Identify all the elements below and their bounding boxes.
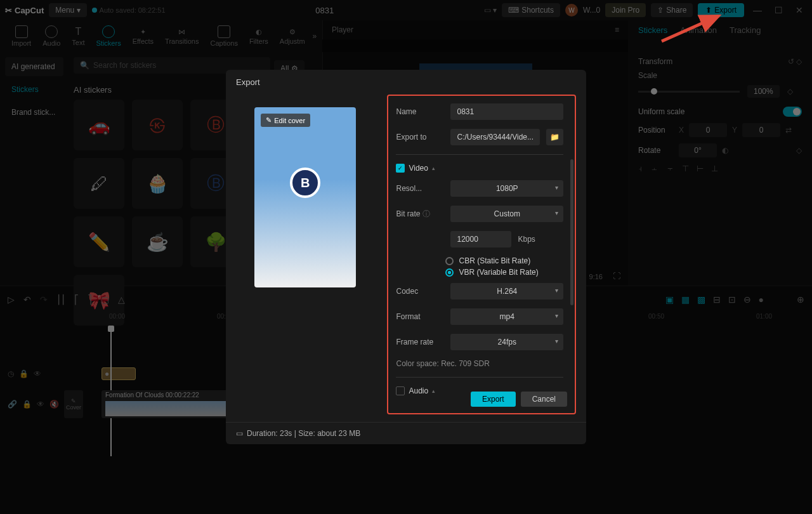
modal-scrollbar[interactable]	[570, 159, 573, 305]
codec-label: Codec	[396, 287, 444, 296]
name-label: Name	[396, 107, 444, 116]
resolution-label: Resol...	[396, 184, 444, 193]
bitrate-unit: Kbps	[518, 235, 535, 244]
cover-logo: B	[290, 168, 320, 198]
export-preview: ✎ Edit cover B	[254, 107, 356, 287]
export-to-input[interactable]: C:/Users/93444/Vide...	[450, 129, 540, 145]
export-modal: Export ✎ Edit cover B Name 0831 Export t…	[226, 70, 586, 444]
vbr-radio[interactable]: VBR (Variable Bit Rate)	[445, 268, 563, 277]
codec-select[interactable]: H.264	[450, 283, 563, 300]
video-checkbox[interactable]: ✓	[396, 164, 405, 173]
cbr-radio[interactable]: CBR (Static Bit Rate)	[445, 256, 563, 265]
audio-section-label: Audio	[409, 386, 428, 395]
bitrate-label: Bit rate ⓘ	[396, 209, 444, 220]
modal-cancel-button[interactable]: Cancel	[521, 392, 567, 407]
format-label: Format	[396, 312, 444, 321]
modal-title: Export	[226, 70, 586, 95]
modal-export-button[interactable]: Export	[471, 392, 516, 407]
fps-select[interactable]: 24fps	[450, 334, 563, 350]
fps-label: Frame rate	[396, 338, 444, 346]
video-section-label: Video	[409, 164, 428, 173]
name-input[interactable]: 0831	[450, 103, 563, 120]
edit-cover-button[interactable]: ✎ Edit cover	[261, 114, 310, 127]
resolution-select[interactable]: 1080P	[450, 180, 563, 197]
bitrate-select[interactable]: Custom	[450, 206, 563, 222]
format-select[interactable]: mp4	[450, 308, 563, 325]
colorspace-info: Color space: Rec. 709 SDR	[396, 359, 563, 368]
export-info: ▭ Duration: 23s | Size: about 23 MB	[236, 429, 360, 438]
bitrate-value-input[interactable]: 12000	[450, 231, 511, 247]
audio-checkbox[interactable]	[396, 386, 405, 395]
browse-folder-button[interactable]: 📁	[546, 129, 563, 145]
export-to-label: Export to	[396, 133, 444, 142]
